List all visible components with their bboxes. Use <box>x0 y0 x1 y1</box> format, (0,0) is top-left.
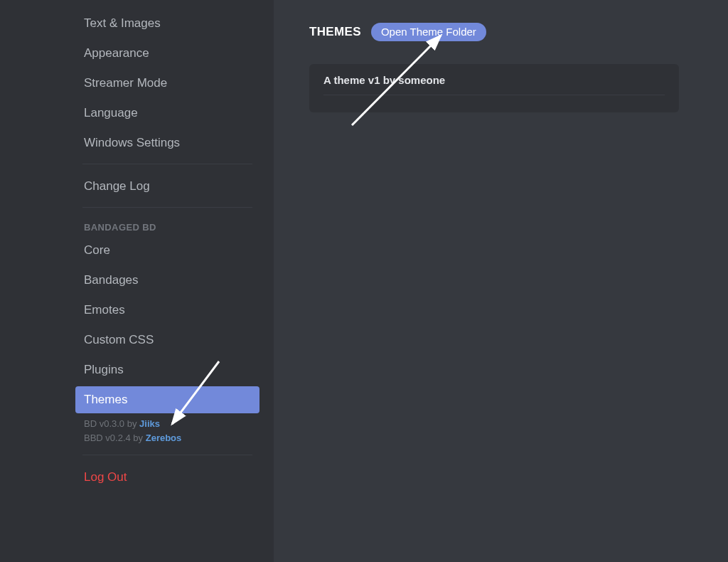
settings-sidebar: Text & Images Appearance Streamer Mode L… <box>0 0 274 562</box>
sidebar-item-bandages[interactable]: Bandages <box>75 267 259 294</box>
themes-panel: THEMES Open Theme Folder A theme v1 by s… <box>274 0 728 562</box>
sidebar-item-language[interactable]: Language <box>75 100 259 127</box>
bbd-version-text: BBD v0.2.4 by <box>84 433 146 443</box>
bd-author-link[interactable]: Jiiks <box>139 418 160 429</box>
bbd-author-link[interactable]: Zerebos <box>146 433 182 443</box>
sidebar-item-custom-css[interactable]: Custom CSS <box>75 327 259 354</box>
sidebar-divider <box>82 455 252 455</box>
sidebar-divider <box>82 207 252 208</box>
sidebar-item-core[interactable]: Core <box>75 237 259 264</box>
bd-version-line: BD v0.3.0 by Jiiks <box>75 416 259 430</box>
theme-card-divider <box>323 95 665 95</box>
sidebar-item-themes[interactable]: Themes <box>75 386 259 413</box>
sidebar-item-plugins[interactable]: Plugins <box>75 356 259 383</box>
sidebar-item-log-out[interactable]: Log Out <box>75 464 259 491</box>
sidebar-section-header-bbd: BANDAGED BD <box>75 216 259 237</box>
sidebar-item-text-and-images[interactable]: Text & Images <box>75 10 259 37</box>
sidebar-item-streamer-mode[interactable]: Streamer Mode <box>75 70 259 97</box>
title-row: THEMES Open Theme Folder <box>309 23 728 41</box>
page-title: THEMES <box>309 25 361 39</box>
sidebar-item-windows-settings[interactable]: Windows Settings <box>75 129 259 157</box>
bbd-version-line: BBD v0.2.4 by Zerebos <box>75 430 259 445</box>
sidebar-item-change-log[interactable]: Change Log <box>75 173 259 200</box>
theme-card-title: A theme v1 by someone <box>323 74 665 86</box>
open-theme-folder-button[interactable]: Open Theme Folder <box>371 23 486 41</box>
sidebar-item-appearance[interactable]: Appearance <box>75 40 259 67</box>
theme-card: A theme v1 by someone <box>309 64 679 112</box>
bd-version-text: BD v0.3.0 by <box>84 418 139 429</box>
app-root: Text & Images Appearance Streamer Mode L… <box>0 0 728 562</box>
sidebar-divider <box>82 164 252 164</box>
sidebar-item-emotes[interactable]: Emotes <box>75 297 259 324</box>
